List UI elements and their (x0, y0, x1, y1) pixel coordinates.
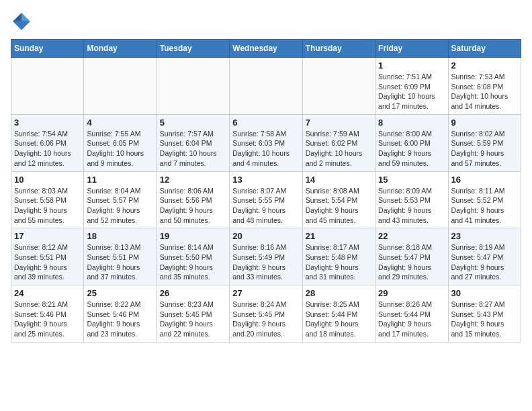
calendar-cell: 10Sunrise: 8:03 AMSunset: 5:58 PMDayligh… (11, 171, 84, 228)
day-number: 1 (378, 60, 445, 71)
day-info: Sunrise: 8:02 AMSunset: 5:59 PMDaylight:… (451, 129, 518, 169)
day-number: 24 (14, 288, 81, 298)
calendar-cell (302, 58, 375, 115)
calendar-cell (230, 58, 302, 115)
day-number: 19 (160, 231, 226, 241)
calendar-cell (157, 58, 229, 115)
calendar-week: 24Sunrise: 8:21 AMSunset: 5:46 PMDayligh… (11, 285, 521, 342)
svg-marker-2 (13, 13, 21, 21)
weekday-header: Wednesday (230, 40, 302, 58)
calendar-cell: 23Sunrise: 8:19 AMSunset: 5:47 PMDayligh… (448, 228, 521, 285)
weekday-header: Tuesday (157, 40, 229, 58)
weekday-header: Sunday (11, 40, 84, 58)
calendar-week: 3Sunrise: 7:54 AMSunset: 6:06 PMDaylight… (11, 114, 521, 171)
day-number: 14 (306, 175, 372, 185)
calendar-week: 10Sunrise: 8:03 AMSunset: 5:58 PMDayligh… (11, 171, 521, 228)
calendar-body: 1Sunrise: 7:51 AMSunset: 6:09 PMDaylight… (11, 58, 521, 342)
day-number: 12 (160, 175, 226, 185)
calendar-cell: 1Sunrise: 7:51 AMSunset: 6:09 PMDaylight… (375, 58, 448, 115)
day-info: Sunrise: 8:12 AMSunset: 5:51 PMDaylight:… (14, 242, 81, 282)
day-number: 6 (232, 118, 299, 128)
calendar-cell: 12Sunrise: 8:06 AMSunset: 5:56 PMDayligh… (157, 171, 229, 228)
day-info: Sunrise: 7:51 AMSunset: 6:09 PMDaylight:… (378, 72, 445, 111)
calendar-cell: 18Sunrise: 8:13 AMSunset: 5:51 PMDayligh… (84, 228, 157, 285)
day-info: Sunrise: 8:18 AMSunset: 5:47 PMDaylight:… (378, 242, 445, 282)
day-info: Sunrise: 8:00 AMSunset: 6:00 PMDaylight:… (378, 129, 445, 169)
day-number: 16 (451, 175, 518, 185)
day-info: Sunrise: 8:25 AMSunset: 5:44 PMDaylight:… (306, 300, 372, 339)
day-number: 28 (306, 288, 372, 298)
weekday-header: Monday (84, 40, 157, 58)
day-number: 7 (306, 118, 372, 128)
day-number: 9 (451, 118, 518, 128)
day-number: 11 (87, 175, 153, 185)
day-number: 15 (378, 175, 445, 185)
day-info: Sunrise: 8:27 AMSunset: 5:43 PMDaylight:… (451, 300, 518, 339)
calendar-cell: 26Sunrise: 8:23 AMSunset: 5:45 PMDayligh… (157, 285, 229, 342)
day-info: Sunrise: 8:17 AMSunset: 5:48 PMDaylight:… (306, 242, 372, 282)
day-info: Sunrise: 8:03 AMSunset: 5:58 PMDaylight:… (14, 186, 81, 226)
day-info: Sunrise: 8:04 AMSunset: 5:57 PMDaylight:… (87, 186, 153, 226)
calendar-week: 1Sunrise: 7:51 AMSunset: 6:09 PMDaylight… (11, 58, 521, 115)
day-number: 18 (87, 231, 153, 241)
calendar-cell: 27Sunrise: 8:24 AMSunset: 5:45 PMDayligh… (230, 285, 302, 342)
calendar-cell: 8Sunrise: 8:00 AMSunset: 6:00 PMDaylight… (375, 114, 448, 171)
day-number: 26 (160, 288, 226, 298)
day-number: 3 (14, 118, 81, 128)
calendar-cell: 9Sunrise: 8:02 AMSunset: 5:59 PMDaylight… (448, 114, 521, 171)
day-info: Sunrise: 7:54 AMSunset: 6:06 PMDaylight:… (14, 129, 81, 169)
calendar-cell: 11Sunrise: 8:04 AMSunset: 5:57 PMDayligh… (84, 171, 157, 228)
svg-marker-1 (21, 13, 30, 21)
calendar-cell (11, 58, 84, 115)
day-info: Sunrise: 8:24 AMSunset: 5:45 PMDaylight:… (232, 300, 299, 339)
calendar-cell: 6Sunrise: 7:58 AMSunset: 6:03 PMDaylight… (230, 114, 302, 171)
calendar-cell: 16Sunrise: 8:11 AMSunset: 5:52 PMDayligh… (448, 171, 521, 228)
day-info: Sunrise: 8:13 AMSunset: 5:51 PMDaylight:… (87, 242, 153, 282)
day-number: 5 (160, 118, 226, 128)
logo (11, 11, 35, 32)
day-info: Sunrise: 8:07 AMSunset: 5:55 PMDaylight:… (232, 186, 299, 226)
calendar-cell: 3Sunrise: 7:54 AMSunset: 6:06 PMDaylight… (11, 114, 84, 171)
calendar: SundayMondayTuesdayWednesdayThursdayFrid… (11, 39, 521, 342)
day-number: 20 (232, 231, 299, 241)
page-header (11, 11, 521, 32)
day-number: 23 (451, 231, 518, 241)
calendar-cell: 30Sunrise: 8:27 AMSunset: 5:43 PMDayligh… (448, 285, 521, 342)
header-row: SundayMondayTuesdayWednesdayThursdayFrid… (11, 40, 521, 58)
calendar-cell: 29Sunrise: 8:26 AMSunset: 5:44 PMDayligh… (375, 285, 448, 342)
day-number: 8 (378, 118, 445, 128)
day-info: Sunrise: 8:14 AMSunset: 5:50 PMDaylight:… (160, 242, 226, 282)
day-info: Sunrise: 8:19 AMSunset: 5:47 PMDaylight:… (451, 242, 518, 282)
day-number: 17 (14, 231, 81, 241)
day-number: 30 (451, 288, 518, 298)
calendar-cell: 5Sunrise: 7:57 AMSunset: 6:04 PMDaylight… (157, 114, 229, 171)
calendar-cell: 28Sunrise: 8:25 AMSunset: 5:44 PMDayligh… (302, 285, 375, 342)
calendar-cell: 15Sunrise: 8:09 AMSunset: 5:53 PMDayligh… (375, 171, 448, 228)
calendar-cell: 7Sunrise: 7:59 AMSunset: 6:02 PMDaylight… (302, 114, 375, 171)
day-number: 27 (232, 288, 299, 298)
calendar-cell: 17Sunrise: 8:12 AMSunset: 5:51 PMDayligh… (11, 228, 84, 285)
calendar-cell: 19Sunrise: 8:14 AMSunset: 5:50 PMDayligh… (157, 228, 229, 285)
weekday-header: Thursday (302, 40, 375, 58)
day-info: Sunrise: 7:58 AMSunset: 6:03 PMDaylight:… (232, 129, 299, 169)
logo-icon (11, 11, 32, 32)
calendar-cell: 2Sunrise: 7:53 AMSunset: 6:08 PMDaylight… (448, 58, 521, 115)
day-info: Sunrise: 8:08 AMSunset: 5:54 PMDaylight:… (306, 186, 372, 226)
day-number: 21 (306, 231, 372, 241)
day-info: Sunrise: 8:16 AMSunset: 5:49 PMDaylight:… (232, 242, 299, 282)
day-number: 4 (87, 118, 153, 128)
calendar-cell: 14Sunrise: 8:08 AMSunset: 5:54 PMDayligh… (302, 171, 375, 228)
weekday-header: Friday (375, 40, 448, 58)
calendar-cell: 21Sunrise: 8:17 AMSunset: 5:48 PMDayligh… (302, 228, 375, 285)
calendar-cell: 20Sunrise: 8:16 AMSunset: 5:49 PMDayligh… (230, 228, 302, 285)
calendar-cell: 22Sunrise: 8:18 AMSunset: 5:47 PMDayligh… (375, 228, 448, 285)
day-number: 22 (378, 231, 445, 241)
calendar-cell: 4Sunrise: 7:55 AMSunset: 6:05 PMDaylight… (84, 114, 157, 171)
weekday-header: Saturday (448, 40, 521, 58)
day-number: 13 (232, 175, 299, 185)
day-info: Sunrise: 7:57 AMSunset: 6:04 PMDaylight:… (160, 129, 226, 169)
day-info: Sunrise: 8:06 AMSunset: 5:56 PMDaylight:… (160, 186, 226, 226)
day-info: Sunrise: 8:09 AMSunset: 5:53 PMDaylight:… (378, 186, 445, 226)
calendar-cell (84, 58, 157, 115)
calendar-header: SundayMondayTuesdayWednesdayThursdayFrid… (11, 40, 521, 58)
